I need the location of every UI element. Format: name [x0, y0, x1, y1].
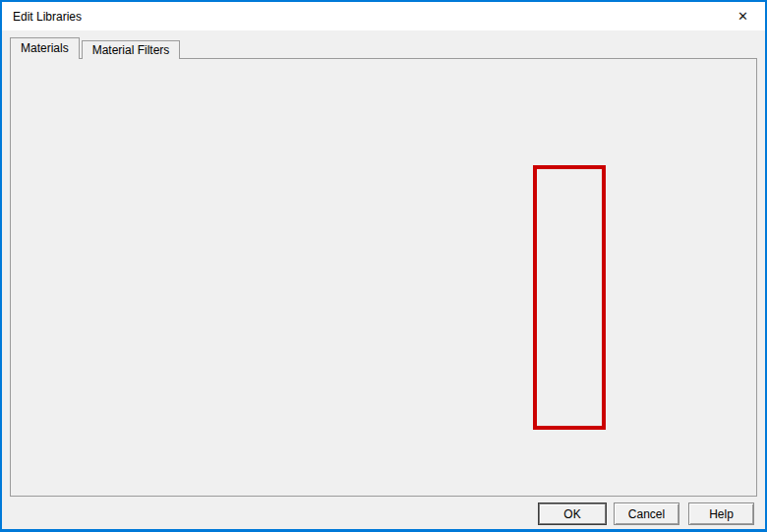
- close-button[interactable]: ✕: [721, 2, 765, 30]
- tab-materials[interactable]: Materials: [10, 37, 80, 59]
- close-icon: ✕: [738, 9, 748, 24]
- tab-material-filters-label: Material Filters: [92, 43, 170, 57]
- dialog-title: Edit Libraries: [13, 10, 82, 24]
- materials-tab-panel: [10, 58, 757, 497]
- help-button[interactable]: Help: [688, 502, 754, 525]
- tab-materials-label: Materials: [21, 41, 69, 55]
- ok-button[interactable]: OK: [538, 502, 607, 525]
- edit-libraries-dialog: Edit Libraries ✕ Materials Material Filt…: [0, 0, 767, 532]
- title-bar: Edit Libraries ✕: [2, 2, 765, 30]
- cancel-button[interactable]: Cancel: [614, 502, 679, 525]
- tab-material-filters[interactable]: Material Filters: [82, 40, 181, 59]
- tab-strip: Materials Material Filters: [10, 37, 180, 59]
